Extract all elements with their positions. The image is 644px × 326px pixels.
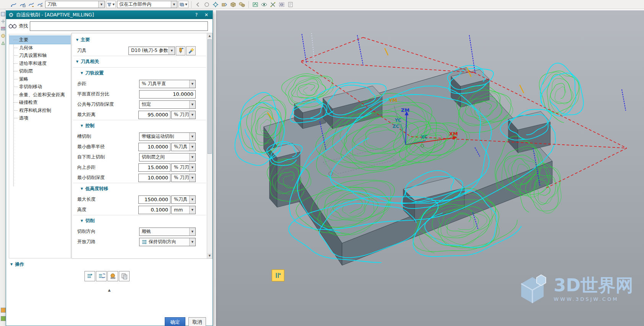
nav-item-program-machine-control[interactable]: 程序和机床控制 (9, 107, 71, 115)
postprocess-icon[interactable] (36, 1, 44, 8)
min-cut-depth-label: 最小切削深度 (77, 174, 138, 181)
navigator-tab-icon[interactable] (1, 12, 5, 16)
create-tool-button[interactable] (176, 46, 185, 55)
scroll-down-icon[interactable]: ▼ (207, 253, 212, 258)
section-cutting[interactable]: ▼切削 (73, 215, 206, 226)
up-step-row: 向上步距 % 刀刃 ▼ (72, 162, 207, 173)
max-distance-row: 最大距离 % 刀刃 ▼ (72, 110, 207, 120)
up-step-input[interactable] (138, 163, 170, 172)
display-button[interactable] (96, 271, 107, 281)
actions-section: ▼操作 (6, 260, 213, 287)
filter-icon-button[interactable]: ▼ (106, 1, 116, 8)
slot-cutting-select[interactable]: 带螺旋运动切削 ▼ (139, 132, 196, 141)
circle-select-icon[interactable] (203, 1, 211, 8)
replay-button[interactable] (272, 270, 284, 281)
edit-tool-icon (188, 47, 194, 54)
generate-button[interactable] (84, 271, 95, 281)
show-hide-eye-icon[interactable] (260, 1, 268, 8)
navigator-tab-icon[interactable] (1, 19, 5, 24)
height-unit-select[interactable]: mm ▼ (171, 206, 196, 214)
toolbar-separator (191, 1, 191, 8)
help-button[interactable]: ? (193, 12, 200, 18)
form-scrollbar[interactable]: ▲ ▼ (207, 33, 212, 258)
gear-icon[interactable] (212, 1, 219, 8)
chevron-down-icon: ▼ (189, 174, 195, 182)
path-analysis-icon[interactable] (28, 1, 35, 8)
nav-item-geometry[interactable]: 几何体 (9, 44, 71, 52)
section-tool-related[interactable]: ▼刀具相关 (73, 56, 206, 67)
tool-select[interactable]: D10 (铣刀-5 参数 ▼ (128, 47, 175, 55)
bottom-up-select[interactable]: 切削层之间 ▼ (139, 153, 196, 161)
min-cut-depth-unit-select[interactable]: % 刀刃 ▼ (171, 174, 196, 182)
assembly-icon[interactable] (238, 1, 246, 8)
height-label: 高度 (77, 207, 138, 213)
dialog-collapse-handle[interactable]: ▲ (6, 288, 213, 292)
depth-per-cut-value: 恒定 (142, 101, 151, 108)
depth-per-cut-select[interactable]: 恒定 ▼ (139, 100, 196, 109)
cut-direction-select[interactable]: 顺铣 ▼ (139, 228, 196, 236)
close-button[interactable]: ✕ (203, 12, 210, 18)
chevron-down-icon: ▼ (189, 206, 195, 214)
nav-item-feeds-speeds[interactable]: 进给率和速度 (9, 60, 71, 68)
section-control[interactable]: ▼控制 (73, 120, 206, 131)
dialog-titlebar[interactable]: 自适应铣削 - [ADAPTIVE_MILLING] ? ✕ (6, 11, 213, 19)
section-main[interactable]: ▼主要 (73, 34, 206, 45)
nav-item-options[interactable]: 选项 (9, 114, 71, 122)
ok-button[interactable]: 确定 (165, 317, 185, 326)
max-length-unit-select[interactable]: %刀具 ▼ (171, 195, 196, 204)
chevron-down-icon: ▼ (189, 143, 195, 151)
up-step-unit-select[interactable]: % 刀刃 ▼ (171, 163, 196, 172)
height-input[interactable] (138, 206, 170, 214)
axis-label-ym: YM (388, 97, 397, 103)
nav-item-cut-levels[interactable]: 切削层 (9, 67, 71, 75)
nav-item-tool-axis[interactable]: 刀具设置和轴 (9, 52, 71, 60)
nav-item-strategy[interactable]: 策略 (9, 75, 71, 83)
min-curvature-input[interactable] (138, 143, 170, 151)
scroll-up-icon[interactable]: ▲ (207, 33, 212, 39)
boundary-frame-icon[interactable] (278, 1, 286, 8)
section-actions[interactable]: ▼操作 (7, 260, 211, 269)
chevron-down-icon: ▼ (189, 101, 195, 108)
max-length-input[interactable] (138, 195, 170, 204)
flat-percent-input[interactable] (139, 90, 196, 98)
display-toolpath-icon[interactable] (10, 1, 18, 8)
max-distance-unit-select[interactable]: % 刀刃 ▼ (171, 111, 196, 119)
section-path-settings[interactable]: ▼刀轨设置 (73, 67, 206, 79)
nav-item-non-cutting-moves[interactable]: 非切削移动 (9, 83, 71, 91)
navigator-tab-icon[interactable] (1, 41, 5, 45)
min-cut-depth-input[interactable] (138, 174, 170, 182)
verify-button[interactable] (107, 271, 118, 281)
open-path-select[interactable]: 保持切削方向 ▼ (139, 238, 196, 246)
cube-icon[interactable] (229, 1, 237, 8)
nav-item-stock-tolerance-clearance[interactable]: 余量、公差和安全距离 (9, 91, 71, 99)
stepover-select[interactable]: % 刀具平直 ▼ (139, 80, 196, 88)
layers-icon-button[interactable]: ▼ (178, 1, 188, 8)
toolpath-view-select[interactable]: 刀轨 ▼ (45, 1, 105, 8)
navigator-tab-icon[interactable] (1, 26, 5, 31)
slot-cutting-label: 槽切削 (77, 133, 139, 140)
axis-label-xm: XM (449, 131, 458, 137)
list-button[interactable] (119, 271, 130, 281)
export-part-icon[interactable] (221, 1, 228, 8)
scrollbar-thumb[interactable] (208, 39, 212, 154)
search-input[interactable] (30, 21, 208, 31)
ipw-icon[interactable] (251, 1, 259, 8)
navigator-tab-icon[interactable] (1, 34, 5, 38)
cancel-button[interactable]: 取消 (188, 317, 206, 326)
slot-cutting-value: 带螺旋运动切削 (142, 133, 174, 140)
slot-cutting-row: 槽切削 带螺旋运动切削 ▼ (72, 131, 207, 142)
nav-item-main[interactable]: 主要 (9, 36, 71, 44)
section-low-transfer[interactable]: ▼低高度转移 (73, 183, 206, 194)
list-toolpath-icon[interactable] (19, 1, 26, 8)
notes-icon[interactable] (287, 1, 294, 8)
gouge-check-icon[interactable] (269, 1, 277, 8)
nav-item-collision-check[interactable]: 碰撞检查 (9, 98, 71, 107)
depth-per-cut-label: 公共每刀切削深度 (77, 101, 139, 108)
min-curvature-row: 最小曲率半径 %刀具 ▼ (72, 142, 207, 152)
edit-tool-button[interactable] (186, 46, 196, 55)
min-curvature-unit-select[interactable]: %刀具 ▼ (171, 143, 196, 151)
tool-row: 刀具 D10 (铣刀-5 参数 ▼ (72, 45, 207, 56)
scope-select[interactable]: 仅在工作部件内 ▼ (117, 1, 177, 8)
max-distance-input[interactable] (138, 111, 170, 119)
undo-icon[interactable] (194, 1, 202, 8)
